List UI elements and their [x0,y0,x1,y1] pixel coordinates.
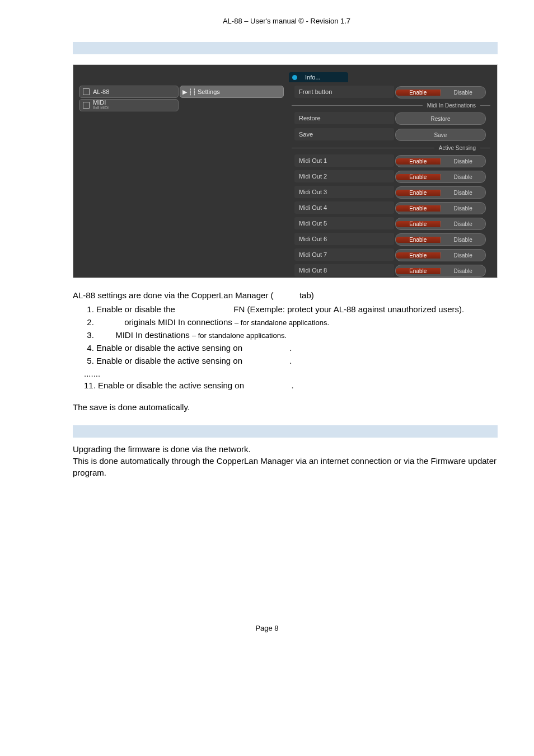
row-midi-out: Midi Out 1 [294,154,394,167]
list-item: Enable or disable the FN (Exemple: prote… [96,303,498,315]
toggle-midi-out-5[interactable]: EnableDisable [395,218,486,230]
li-text: Enable or disable the active sensing on [96,356,245,365]
toggle-disable[interactable]: Disable [441,237,486,243]
row-midi-out: Midi Out 6 [294,233,394,245]
li-text: Enable or disable the active sensing on [96,343,245,353]
row-midi-out: Midi Out 4 [294,201,394,214]
row-save: Save [294,128,394,140]
list-item: Enable or disable the active sensing on … [96,355,498,367]
section-bar-settings [73,42,498,54]
li-dot: . [291,381,293,390]
toggle-enable[interactable]: Enable [396,252,441,259]
info-icon [292,75,297,80]
row-midi-out: Midi Out 2 [294,170,394,182]
list-item: Enable or disable the active sensing on … [96,342,498,354]
checkbox-icon [83,88,90,95]
body-text: AL-88 settings are done via the CopperLa… [73,289,498,413]
row-front-button: Front button [294,86,394,98]
ellipsis-dots: ....... [84,368,498,379]
screenshot-panel: Info... AL-88 MIDI 8x8 MIDI ▶ ┆┆ Setting… [73,64,498,278]
toggle-midi-out-6[interactable]: EnableDisable [395,233,486,246]
tab-settings[interactable]: ▶ ┆┆ Settings [180,86,284,98]
toggle-disable[interactable]: Disable [441,174,486,180]
page-footer: Page 8 [0,624,534,632]
para-intro-a: AL-88 settings are done via the CopperLa… [73,290,274,300]
tree-label-midi: MIDI [93,100,109,105]
toggle-disable[interactable]: Disable [441,90,486,96]
tab-settings-label: Settings [198,88,220,95]
li-text: Enable or disable the [96,304,177,314]
toggle-midi-out-1[interactable]: EnableDisable [395,155,486,167]
toggle-disable[interactable]: Disable [441,252,486,259]
toggle-enable[interactable]: Enable [396,268,441,274]
save-auto-text: The save is done automatically. [73,401,498,413]
list-item: MIDI In destinations – for standalone ap… [96,329,498,341]
toggle-enable[interactable]: Enable [396,221,441,227]
li-text: MIDI In destinations [115,330,192,340]
settings-list: Enable or disable the FN (Exemple: prote… [73,303,498,367]
toggle-enable[interactable]: Enable [396,205,441,212]
li-text: FN (Exemple: protect your AL-88 against … [233,304,464,314]
group-label: Active Sensing [434,145,480,151]
sliders-icon: ┆┆ [189,88,196,96]
row-midi-out: Midi Out 7 [294,248,394,261]
fw-line-1: Upgrading the firmware is done via the n… [73,443,498,455]
li-text: 11. Enable or disable the active sensing… [84,381,246,390]
button-restore[interactable]: Restore [395,112,486,125]
toggle-enable[interactable]: Enable [396,237,441,243]
li-text-small: – for standalone applications. [235,318,329,327]
row-midi-out: Midi Out 5 [294,217,394,229]
tree-sublabel-midi: 8x8 MIDI [93,105,109,110]
li-dot: . [289,343,292,353]
toggle-midi-out-7[interactable]: EnableDisable [395,249,486,261]
page-header: AL-88 – User's manual © - Revision 1.7 [0,17,534,25]
list-item: originals MIDI In connections – for stan… [96,316,498,328]
toggle-disable[interactable]: Disable [441,268,486,274]
toggle-disable[interactable]: Disable [441,221,486,227]
group-label: Midi In Destinations [423,102,480,109]
toggle-enable[interactable]: Enable [396,158,441,165]
row-midi-out: Midi Out 8 [294,264,394,276]
tree-item-midi[interactable]: MIDI 8x8 MIDI [79,99,179,111]
toggle-disable[interactable]: Disable [441,158,486,165]
row-restore: Restore [294,112,394,124]
tree-label-al88: AL-88 [93,88,109,95]
toggle-midi-out-4[interactable]: EnableDisable [395,202,486,214]
toggle-midi-out-8[interactable]: EnableDisable [395,265,486,277]
li-text: originals MIDI In connections [124,317,235,327]
li-dot: . [289,356,292,365]
button-save[interactable]: Save [395,129,486,141]
toggle-disable[interactable]: Disable [441,205,486,212]
checkbox-icon [83,102,90,109]
firmware-text: Upgrading the firmware is done via the n… [73,443,498,478]
toggle-disable[interactable]: Disable [441,190,486,196]
play-icon: ▶ [182,88,187,96]
group-midi-in-destinations: Midi In Destinations [292,101,490,110]
tab-info[interactable]: Info... [289,72,348,82]
group-active-sensing: Active Sensing [292,143,490,152]
toggle-enable[interactable]: Enable [396,174,441,180]
section-bar-firmware [73,425,498,438]
row-midi-out: Midi Out 3 [294,186,394,198]
toggle-midi-out-2[interactable]: EnableDisable [395,171,486,183]
tab-info-label: Info... [305,74,321,81]
toggle-enable[interactable]: Enable [396,90,441,96]
li-text-small: – for standalone applications. [192,331,287,340]
toggle-enable[interactable]: Enable [396,190,441,196]
fw-line-2: This is done automatically through the C… [73,455,498,478]
toggle-midi-out-3[interactable]: EnableDisable [395,186,486,199]
para-intro-b: tab) [299,290,314,300]
toggle-front-button[interactable]: Enable Disable [395,86,486,98]
tree-item-al88[interactable]: AL-88 [79,86,179,98]
